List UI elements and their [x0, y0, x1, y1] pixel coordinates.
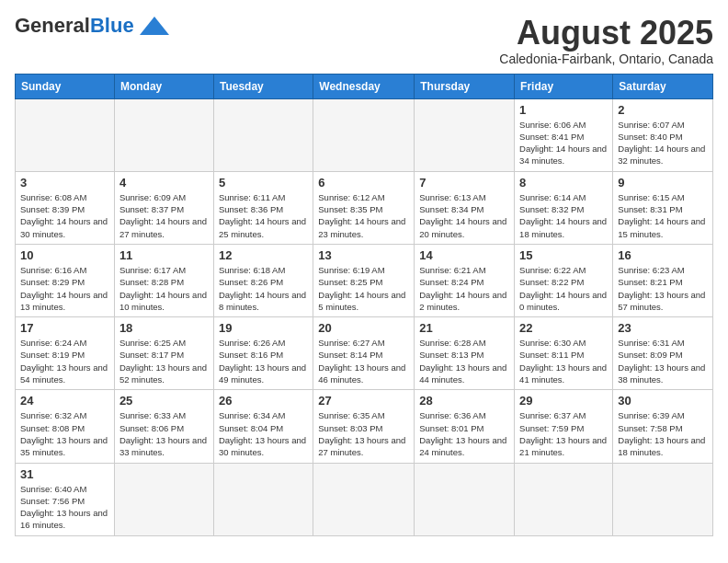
day-info: Sunrise: 6:37 AM Sunset: 7:59 PM Dayligh…	[519, 409, 608, 458]
calendar-table: SundayMondayTuesdayWednesdayThursdayFrid…	[15, 74, 713, 536]
week-row-1: 1Sunrise: 6:06 AM Sunset: 8:41 PM Daylig…	[16, 98, 713, 171]
day-number: 21	[419, 321, 509, 335]
day-info: Sunrise: 6:39 AM Sunset: 7:58 PM Dayligh…	[618, 409, 708, 458]
day-info: Sunrise: 6:25 AM Sunset: 8:17 PM Dayligh…	[119, 337, 209, 385]
day-number: 22	[519, 321, 608, 335]
day-cell	[515, 463, 613, 535]
day-cell: 14Sunrise: 6:21 AM Sunset: 8:24 PM Dayli…	[415, 244, 515, 316]
day-number: 13	[318, 248, 409, 262]
day-info: Sunrise: 6:16 AM Sunset: 8:29 PM Dayligh…	[20, 264, 109, 313]
day-cell	[313, 98, 415, 171]
day-info: Sunrise: 6:08 AM Sunset: 8:39 PM Dayligh…	[20, 191, 109, 240]
calendar-header: SundayMondayTuesdayWednesdayThursdayFrid…	[16, 74, 713, 98]
day-info: Sunrise: 6:18 AM Sunset: 8:26 PM Dayligh…	[219, 264, 308, 313]
day-number: 24	[20, 394, 109, 408]
day-info: Sunrise: 6:15 AM Sunset: 8:31 PM Dayligh…	[618, 191, 708, 240]
day-info: Sunrise: 6:27 AM Sunset: 8:14 PM Dayligh…	[318, 337, 409, 385]
day-info: Sunrise: 6:36 AM Sunset: 8:01 PM Dayligh…	[419, 409, 509, 458]
header-cell-monday: Monday	[114, 74, 213, 98]
header-cell-tuesday: Tuesday	[213, 74, 313, 98]
header-cell-wednesday: Wednesday	[313, 74, 415, 98]
day-info: Sunrise: 6:21 AM Sunset: 8:24 PM Dayligh…	[419, 264, 509, 313]
day-info: Sunrise: 6:11 AM Sunset: 8:36 PM Dayligh…	[219, 191, 308, 240]
calendar-body: 1Sunrise: 6:06 AM Sunset: 8:41 PM Daylig…	[16, 98, 713, 535]
day-cell	[415, 98, 515, 171]
day-number: 18	[119, 321, 209, 335]
day-cell: 26Sunrise: 6:34 AM Sunset: 8:04 PM Dayli…	[213, 390, 313, 463]
day-number: 19	[219, 321, 308, 335]
day-info: Sunrise: 6:06 AM Sunset: 8:41 PM Dayligh…	[519, 119, 608, 167]
day-info: Sunrise: 6:35 AM Sunset: 8:03 PM Dayligh…	[318, 409, 409, 458]
day-cell: 18Sunrise: 6:25 AM Sunset: 8:17 PM Dayli…	[114, 317, 213, 390]
day-number: 30	[618, 394, 708, 408]
day-number: 25	[119, 394, 209, 408]
day-cell: 27Sunrise: 6:35 AM Sunset: 8:03 PM Dayli…	[313, 390, 415, 463]
day-cell: 5Sunrise: 6:11 AM Sunset: 8:36 PM Daylig…	[213, 171, 313, 244]
day-cell: 21Sunrise: 6:28 AM Sunset: 8:13 PM Dayli…	[415, 317, 515, 390]
day-cell: 20Sunrise: 6:27 AM Sunset: 8:14 PM Dayli…	[313, 317, 415, 390]
day-cell: 13Sunrise: 6:19 AM Sunset: 8:25 PM Dayli…	[313, 244, 415, 316]
day-cell: 10Sunrise: 6:16 AM Sunset: 8:29 PM Dayli…	[16, 244, 115, 316]
day-number: 10	[20, 248, 109, 262]
day-number: 1	[519, 103, 608, 117]
day-cell: 31Sunrise: 6:40 AM Sunset: 7:56 PM Dayli…	[16, 463, 115, 535]
logo-icon	[138, 15, 171, 37]
day-number: 9	[618, 176, 708, 190]
day-info: Sunrise: 6:13 AM Sunset: 8:34 PM Dayligh…	[419, 191, 509, 240]
month-title: August 2025	[499, 15, 713, 52]
day-cell	[213, 98, 313, 171]
day-cell: 15Sunrise: 6:22 AM Sunset: 8:22 PM Dayli…	[515, 244, 613, 316]
day-number: 27	[318, 394, 409, 408]
day-info: Sunrise: 6:31 AM Sunset: 8:09 PM Dayligh…	[618, 337, 708, 385]
day-number: 26	[219, 394, 308, 408]
day-number: 29	[519, 394, 608, 408]
day-cell	[313, 463, 415, 535]
day-number: 14	[419, 248, 509, 262]
day-cell	[213, 463, 313, 535]
day-info: Sunrise: 6:30 AM Sunset: 8:11 PM Dayligh…	[519, 337, 608, 385]
day-info: Sunrise: 6:28 AM Sunset: 8:13 PM Dayligh…	[419, 337, 509, 385]
week-row-2: 3Sunrise: 6:08 AM Sunset: 8:39 PM Daylig…	[16, 171, 713, 244]
day-cell: 25Sunrise: 6:33 AM Sunset: 8:06 PM Dayli…	[114, 390, 213, 463]
day-info: Sunrise: 6:33 AM Sunset: 8:06 PM Dayligh…	[119, 409, 209, 458]
day-info: Sunrise: 6:12 AM Sunset: 8:35 PM Dayligh…	[318, 191, 409, 240]
day-cell	[114, 463, 213, 535]
day-number: 8	[519, 176, 608, 190]
header-cell-saturday: Saturday	[613, 74, 713, 98]
svg-marker-0	[140, 17, 169, 35]
header: GeneralBlue August 2025 Caledonia-Fairba…	[15, 15, 713, 66]
week-row-3: 10Sunrise: 6:16 AM Sunset: 8:29 PM Dayli…	[16, 244, 713, 316]
day-cell: 23Sunrise: 6:31 AM Sunset: 8:09 PM Dayli…	[613, 317, 713, 390]
day-number: 3	[20, 176, 109, 190]
day-number: 16	[618, 248, 708, 262]
day-cell: 12Sunrise: 6:18 AM Sunset: 8:26 PM Dayli…	[213, 244, 313, 316]
day-number: 2	[618, 103, 708, 117]
day-info: Sunrise: 6:26 AM Sunset: 8:16 PM Dayligh…	[219, 337, 308, 385]
day-info: Sunrise: 6:17 AM Sunset: 8:28 PM Dayligh…	[119, 264, 209, 313]
day-info: Sunrise: 6:32 AM Sunset: 8:08 PM Dayligh…	[20, 409, 109, 458]
day-cell: 4Sunrise: 6:09 AM Sunset: 8:37 PM Daylig…	[114, 171, 213, 244]
day-cell: 28Sunrise: 6:36 AM Sunset: 8:01 PM Dayli…	[415, 390, 515, 463]
logo-area: GeneralBlue	[15, 15, 171, 37]
day-number: 6	[318, 176, 409, 190]
header-cell-friday: Friday	[515, 74, 613, 98]
day-number: 11	[119, 248, 209, 262]
day-cell: 2Sunrise: 6:07 AM Sunset: 8:40 PM Daylig…	[613, 98, 713, 171]
day-number: 12	[219, 248, 308, 262]
day-cell: 1Sunrise: 6:06 AM Sunset: 8:41 PM Daylig…	[515, 98, 613, 171]
day-number: 5	[219, 176, 308, 190]
day-number: 4	[119, 176, 209, 190]
day-cell	[16, 98, 115, 171]
day-info: Sunrise: 6:34 AM Sunset: 8:04 PM Dayligh…	[219, 409, 308, 458]
day-info: Sunrise: 6:40 AM Sunset: 7:56 PM Dayligh…	[20, 483, 109, 532]
day-cell: 29Sunrise: 6:37 AM Sunset: 7:59 PM Dayli…	[515, 390, 613, 463]
day-number: 17	[20, 321, 109, 335]
day-number: 28	[419, 394, 509, 408]
title-area: August 2025 Caledonia-Fairbank, Ontario,…	[499, 15, 713, 66]
day-cell	[114, 98, 213, 171]
day-cell: 3Sunrise: 6:08 AM Sunset: 8:39 PM Daylig…	[16, 171, 115, 244]
day-number: 23	[618, 321, 708, 335]
day-cell: 22Sunrise: 6:30 AM Sunset: 8:11 PM Dayli…	[515, 317, 613, 390]
day-cell: 11Sunrise: 6:17 AM Sunset: 8:28 PM Dayli…	[114, 244, 213, 316]
logo-text: GeneralBlue	[15, 16, 134, 36]
